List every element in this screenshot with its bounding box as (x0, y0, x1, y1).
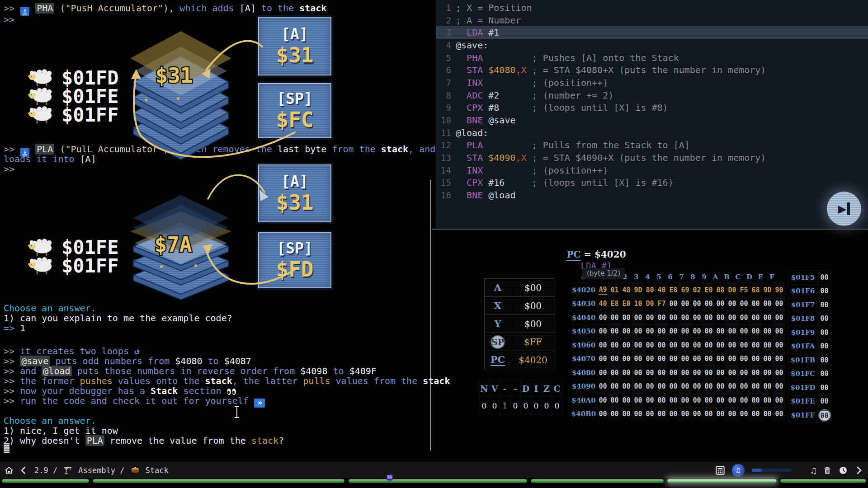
stack-row: $01FE00 (788, 394, 830, 408)
stack-row-address: $01FB (788, 353, 818, 367)
code-line[interactable]: 13 STA $4090,X ; = STA $4090+X (puts the… (436, 151, 868, 164)
breadcrumb-label[interactable]: 2.9 / (34, 466, 57, 475)
play-step-icon: ▶ (838, 202, 846, 216)
memory-row-address: $4050 (571, 324, 597, 338)
code-line[interactable]: 1; X = Position (436, 1, 868, 14)
memory-cell: 00 (773, 352, 785, 366)
pancakes-icon[interactable] (131, 466, 140, 475)
memory-cell: 08 (714, 283, 726, 297)
answer-option[interactable]: 2) why doesn't PLA remove the value from… (4, 435, 284, 446)
chevron-left-icon[interactable] (19, 466, 28, 475)
volume-slider[interactable] (752, 469, 792, 472)
memory-cell: 00 (609, 352, 620, 366)
code-line[interactable]: 5 PHA ; Pushes [A] onto the Stack (436, 52, 868, 64)
line-number: 13 (436, 153, 451, 163)
bottom-bar: 2.9 /Assembly /Stack ♫♫ (0, 462, 868, 478)
progress-segment[interactable] (93, 479, 344, 483)
code-line[interactable]: 4@save: (436, 39, 868, 52)
code-line[interactable]: 14 INX ; (position++) (436, 164, 868, 177)
terminal-line: >> it creates two loops ↺ (4, 346, 140, 357)
code-line[interactable]: 3 LDA #1 (436, 26, 868, 39)
flag-name: - (500, 380, 510, 397)
line-number: 14 (436, 165, 451, 175)
progress-segment[interactable] (2, 479, 89, 483)
chevron-right-icon[interactable] (854, 466, 863, 475)
calculator-icon[interactable] (716, 466, 725, 475)
clock-icon[interactable] (839, 466, 848, 475)
memory-cell: 00 (632, 366, 644, 380)
memory-cell: 00 (632, 338, 644, 352)
crane-icon[interactable] (63, 466, 72, 475)
trash-icon[interactable] (823, 466, 832, 475)
memory-cell: 00 (761, 352, 773, 366)
music-disc-icon[interactable]: ♫ (731, 464, 745, 477)
memory-cell: 00 (609, 393, 620, 407)
memory-cell: 40 (597, 297, 609, 311)
memory-cell: 68 (750, 283, 761, 297)
stack-address-label: $01FF (61, 106, 118, 125)
memory-cell: 00 (679, 393, 691, 407)
register-row: A$00 (485, 279, 555, 296)
step-button[interactable]: ▶ (827, 192, 861, 226)
memory-cell: 00 (773, 338, 785, 352)
memory-col-header: B (721, 271, 732, 283)
code-line[interactable]: 11@load: (436, 127, 868, 139)
code-line[interactable]: 12 PLA ; Pulls from the Stack to [A] (436, 139, 868, 152)
music-note-icon[interactable]: ♫ (811, 465, 816, 475)
home-icon[interactable] (5, 466, 14, 475)
memory-cell: F5 (738, 283, 750, 297)
code-line[interactable]: 8 ADC #2 ; (number += 2) (436, 89, 868, 102)
memory-cell: 10 (632, 297, 644, 311)
memory-cell: 00 (714, 338, 726, 352)
memory-cell: 00 (620, 352, 632, 366)
pc-link[interactable]: PC (566, 249, 580, 261)
memory-col-header: F (766, 271, 778, 283)
memory-cell: 00 (667, 380, 679, 394)
terminal-scrollbar[interactable] (430, 180, 431, 451)
memory-col-header: 9 (698, 271, 710, 283)
breadcrumb-label[interactable]: Assembly / (78, 466, 124, 475)
answer-option[interactable]: 1) nice, I get it now (4, 425, 118, 436)
stack-row-value: 00 (818, 395, 830, 408)
code-editor[interactable]: 1; X = Position2; A = Number3 LDA #14@sa… (436, 0, 868, 229)
memory-cell: 00 (679, 352, 691, 366)
memory-cell: 00 (738, 324, 750, 338)
stack-row-address: $01F9 (788, 326, 818, 339)
memory-cell: 00 (726, 338, 738, 352)
register-row: SP$FF (485, 333, 555, 351)
code-line[interactable]: 10 BNE @save (436, 114, 868, 127)
memory-cell: 00 (679, 338, 691, 352)
memory-cell: 00 (597, 393, 609, 407)
memory-cell: 00 (750, 297, 761, 311)
memory-cell: 00 (761, 338, 773, 352)
code-line[interactable]: 15 CPX #16 ; (loops until [X] is #16) (436, 177, 868, 189)
memory-cell: 00 (597, 352, 609, 366)
answer-option[interactable]: 1) can you explain to me the example cod… (4, 313, 232, 324)
code-lines: 1; X = Position2; A = Number3 LDA #14@sa… (436, 1, 868, 202)
progress-segment[interactable] (780, 479, 866, 483)
loop-icon: ↺ (134, 346, 140, 357)
code-line[interactable]: 6 STA $4080,X ; = STA $4080+X (puts the … (436, 64, 868, 76)
memory-grid: #0123456789ABCDEF$4020A901489D8040E86902… (571, 271, 785, 421)
code-line[interactable]: 2; A = Number (436, 14, 868, 27)
memory-cell: 00 (703, 380, 714, 394)
code-line[interactable]: 16 BNE @load (436, 189, 868, 202)
memory-cell: 00 (620, 310, 632, 324)
memory-col-header: 6 (665, 271, 676, 283)
memory-cell: 00 (738, 338, 750, 352)
memory-cell: 00 (620, 393, 632, 407)
flags-value-row: 00100000 (479, 397, 562, 414)
stack-row-address: $01FF (788, 408, 818, 422)
progress-segment[interactable] (349, 479, 527, 483)
memory-cell: 00 (667, 338, 679, 352)
memory-cell: 00 (703, 352, 714, 366)
memory-row: $409000000000000000000000000000000000 (571, 380, 785, 394)
progress-segment[interactable] (531, 479, 664, 483)
progress-segment[interactable] (667, 479, 777, 483)
memory-row: $406000000000000000000000000000000000 (571, 338, 785, 352)
code-line[interactable]: 7 INX ; (position++) (436, 76, 868, 89)
line-number: 7 (436, 78, 451, 88)
line-number: 16 (436, 190, 451, 200)
code-line[interactable]: 9 CPX #8 ; (loops until [X] is #8) (436, 102, 868, 114)
breadcrumb-label[interactable]: Stack (146, 466, 169, 475)
